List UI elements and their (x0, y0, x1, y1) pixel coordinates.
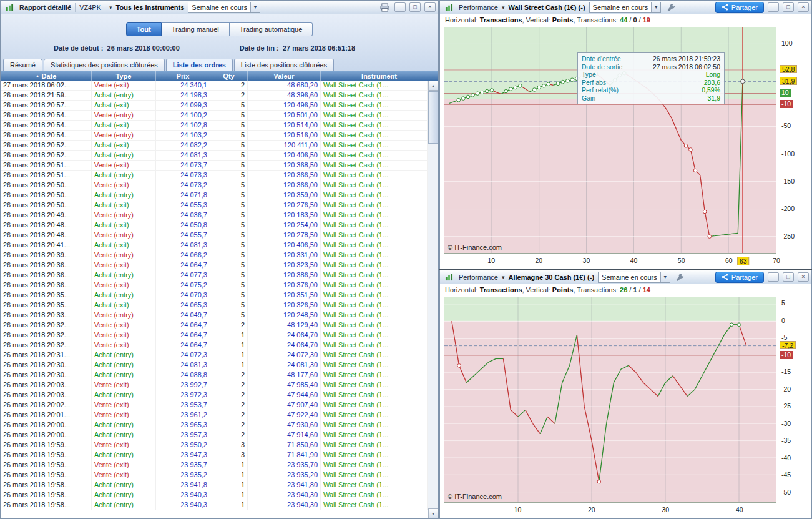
minimize-button[interactable]: ─ (394, 2, 406, 12)
column-header-type[interactable]: Type (92, 71, 156, 81)
print-button[interactable] (378, 2, 391, 12)
table-row[interactable]: 26 mars 2018 20:54...Vente (entry)24 100… (1, 111, 428, 121)
table-row[interactable]: 26 mars 2018 20:02...Vente (exit)23 953,… (1, 400, 428, 410)
table-row[interactable]: 26 mars 2018 20:03...Vente (exit)23 992,… (1, 380, 428, 390)
table-row[interactable]: 26 mars 2018 20:32...Vente (exit)24 064,… (1, 320, 428, 330)
close-button[interactable]: × (798, 2, 809, 12)
table-row[interactable]: 26 mars 2018 20:51...Achat (entry)24 073… (1, 171, 428, 180)
table-row[interactable]: 26 mars 2018 20:54...Vente (entry)24 103… (1, 131, 428, 141)
table-row[interactable]: 26 mars 2018 20:30...Achat (entry)24 081… (1, 360, 428, 370)
table-row[interactable]: 26 mars 2018 19:58...Achat (entry)23 940… (1, 490, 428, 500)
cell-instrument: Wall Street Cash (1... (321, 131, 428, 140)
table-row[interactable]: 26 mars 2018 20:35...Achat (entry)24 070… (1, 290, 428, 300)
table-row[interactable]: 26 mars 2018 20:50...Achat (entry)24 071… (1, 190, 428, 200)
maximize-button[interactable]: □ (783, 2, 794, 12)
equity-curve-plot[interactable]: Date d'entrée26 mars 2018 21:59:23Date d… (444, 27, 776, 254)
scroll-down-icon[interactable]: ▼ (428, 508, 438, 518)
tab-trading-automatique[interactable]: Trading automatique (230, 22, 313, 36)
column-header-qty[interactable]: Qty (210, 71, 248, 81)
x-axis-tick: 40 (630, 257, 638, 265)
table-row[interactable]: 26 mars 2018 20:39...Vente (entry)24 066… (1, 250, 428, 260)
tab-tout[interactable]: Tout (126, 22, 162, 36)
maximize-button[interactable]: □ (783, 272, 794, 282)
y-axis-tick: 10 (780, 89, 791, 97)
table-row[interactable]: 26 mars 2018 20:36...Achat (entry)24 077… (1, 270, 428, 280)
instrument-dropdown[interactable]: Allemagne 30 Cash (1€) (-) (509, 274, 595, 281)
column-header-valeur[interactable]: Valeur (248, 71, 321, 81)
tab-trading-manuel[interactable]: Trading manuel (162, 22, 230, 36)
table-row[interactable]: 27 mars 2018 06:02...Vente (exit)24 340,… (1, 81, 428, 91)
minimize-button[interactable]: ─ (768, 2, 779, 12)
cell-prix: 24 340,1 (156, 81, 210, 90)
table-row[interactable]: 26 mars 2018 20:31...Achat (entry)24 072… (1, 350, 428, 360)
cell-type: Vente (exit) (92, 380, 156, 390)
report-main-tabs: ToutTrading manuelTrading automatique (1, 22, 438, 36)
settings-wrench-icon[interactable] (674, 272, 687, 282)
table-row[interactable]: 26 mars 2018 20:51...Vente (exit)24 073,… (1, 161, 428, 171)
table-row[interactable]: 26 mars 2018 20:36...Vente (exit)24 064,… (1, 260, 428, 270)
table-row[interactable]: 26 mars 2018 19:59...Achat (entry)23 947… (1, 450, 428, 460)
subtab-liste-des-positions-cl-tur-es[interactable]: Liste des positions clôturées (234, 59, 334, 71)
table-row[interactable]: 26 mars 2018 20:33...Vente (entry)24 049… (1, 310, 428, 320)
cell-valeur: 120 514,00 (248, 121, 321, 130)
table-row[interactable]: 26 mars 2018 20:35...Achat (exit)24 065,… (1, 300, 428, 310)
y-axis-tick: -25 (780, 402, 793, 410)
table-scrollbar[interactable]: ▲ ▼ (428, 81, 438, 518)
close-button[interactable]: × (798, 272, 809, 282)
table-row[interactable]: 26 mars 2018 19:58...Achat (entry)23 941… (1, 480, 428, 490)
table-row[interactable]: 26 mars 2018 20:49...Vente (entry)24 036… (1, 210, 428, 220)
table-row[interactable]: 26 mars 2018 20:50...Vente (exit)24 073,… (1, 180, 428, 190)
chart-period-select[interactable]: Semaine en cours ▼ (598, 272, 670, 283)
cell-instrument: Wall Street Cash (1... (321, 250, 428, 260)
table-row[interactable]: 26 mars 2018 20:41...Achat (exit)24 081,… (1, 240, 428, 250)
table-row[interactable]: 26 mars 2018 19:59...Vente (exit)23 935,… (1, 460, 428, 470)
table-row[interactable]: 26 mars 2018 20:54...Achat (exit)24 102,… (1, 121, 428, 131)
table-row[interactable]: 26 mars 2018 20:03...Achat (entry)23 972… (1, 390, 428, 400)
performance-icon (443, 2, 455, 12)
chart-period-select[interactable]: Semaine en cours ▼ (589, 2, 662, 13)
cell-instrument: Wall Street Cash (1... (321, 230, 428, 240)
share-button[interactable]: Partager (715, 2, 764, 13)
table-row[interactable]: 26 mars 2018 20:30...Achat (entry)24 088… (1, 370, 428, 380)
close-button[interactable]: × (424, 2, 436, 12)
table-row[interactable]: 26 mars 2018 20:48...Achat (exit)24 050,… (1, 220, 428, 230)
column-header-prix[interactable]: Prix (156, 71, 210, 81)
settings-wrench-icon[interactable] (665, 2, 677, 12)
instrument-filter-dropdown[interactable]: Tous les instruments (116, 4, 185, 11)
cell-qty: 5 (210, 200, 248, 210)
minimize-button[interactable]: ─ (768, 272, 779, 282)
table-row[interactable]: 26 mars 2018 20:32...Vente (exit)24 064,… (1, 330, 428, 340)
tooltip-value: 27 mars 2018 06:02:50 (653, 63, 720, 71)
table-row[interactable]: 26 mars 2018 21:59...Achat (entry)24 198… (1, 91, 428, 101)
table-row[interactable]: 26 mars 2018 20:50...Achat (exit)24 055,… (1, 200, 428, 210)
scroll-up-icon[interactable]: ▲ (428, 81, 438, 91)
table-row[interactable]: 26 mars 2018 20:32...Vente (exit)24 064,… (1, 340, 428, 350)
table-row[interactable]: 26 mars 2018 20:48...Vente (entry)24 055… (1, 230, 428, 240)
info-part: , Transactions: (573, 286, 620, 294)
table-row[interactable]: 26 mars 2018 20:36...Vente (exit)24 075,… (1, 280, 428, 290)
column-header-date[interactable]: ▲Date (1, 71, 92, 81)
column-header-instrument[interactable]: Instrument (321, 71, 438, 81)
table-row[interactable]: 26 mars 2018 19:59...Vente (exit)23 950,… (1, 440, 428, 450)
instrument-dropdown[interactable]: Wall Street Cash (1€) (-) (509, 4, 585, 11)
table-row[interactable]: 26 mars 2018 20:52...Achat (entry)24 081… (1, 151, 428, 161)
subtab-liste-des-ordres[interactable]: Liste des ordres (166, 59, 233, 71)
subtab-r-sum[interactable]: Résumé (3, 59, 42, 71)
table-row[interactable]: 26 mars 2018 20:52...Achat (exit)24 082,… (1, 141, 428, 151)
table-row[interactable]: 26 mars 2018 19:58...Achat (entry)23 940… (1, 500, 428, 510)
table-row[interactable]: 26 mars 2018 20:01...Vente (exit)23 961,… (1, 410, 428, 420)
table-row[interactable]: 26 mars 2018 20:00...Achat (entry)23 965… (1, 420, 428, 430)
report-period-select[interactable]: Semaine en cours ▼ (188, 2, 260, 13)
share-button[interactable]: Partager (715, 272, 764, 283)
maximize-button[interactable]: □ (409, 2, 421, 12)
subtab-statistiques-des-positions-cl-tur-es[interactable]: Statistiques des positions clôturées (44, 59, 165, 71)
table-row[interactable]: 26 mars 2018 19:59...Vente (exit)23 935,… (1, 470, 428, 480)
cell-instrument: Wall Street Cash (1... (321, 320, 428, 330)
scrollbar-thumb[interactable] (428, 91, 438, 144)
table-row[interactable]: 26 mars 2018 20:00...Achat (entry)23 957… (1, 430, 428, 440)
equity-curve-plot[interactable]: © IT-Finance.com (444, 297, 776, 503)
table-row[interactable]: 26 mars 2018 20:57...Achat (exit)24 099,… (1, 101, 428, 111)
cell-date: 26 mars 2018 19:58... (1, 500, 92, 510)
tooltip-value: 283,6 (704, 79, 720, 87)
cell-type: Vente (exit) (92, 440, 156, 450)
